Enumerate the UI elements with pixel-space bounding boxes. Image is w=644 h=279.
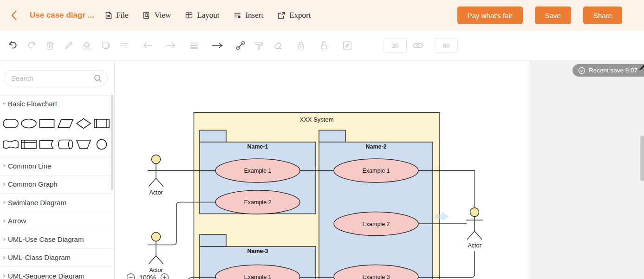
chevron-right-icon — [1, 218, 7, 224]
actor-3[interactable]: Actor — [466, 208, 483, 249]
fill-color-button[interactable] — [81, 39, 94, 52]
menu-bar: File View Layout Insert Export — [104, 11, 325, 20]
sidebar-section-common-graph[interactable]: Common Graph — [0, 175, 114, 194]
search-input[interactable] — [4, 70, 108, 86]
trash-icon — [45, 40, 56, 51]
shape-style-icon — [100, 40, 111, 51]
zoom-out-button[interactable] — [126, 273, 135, 279]
shape-parallelogram[interactable] — [56, 115, 74, 132]
pencil-icon — [63, 40, 74, 51]
share-button[interactable]: Share — [583, 6, 622, 24]
menu-export[interactable]: Export — [277, 11, 311, 20]
package-name-2[interactable]: Name-2 — [319, 130, 433, 279]
section-label: UML-Class Diagram — [8, 253, 71, 261]
eraser-button[interactable] — [271, 39, 284, 52]
usecase-n2-example1[interactable]: Example 1 — [334, 159, 418, 182]
section-label: Basic Flowchart — [8, 100, 57, 108]
pay-button[interactable]: Pay what's fair — [457, 6, 523, 24]
resize-icon — [342, 40, 353, 51]
unlock-button[interactable] — [318, 39, 331, 52]
width-input[interactable] — [384, 39, 407, 52]
menu-export-label: Export — [289, 11, 311, 20]
actor-label: Actor — [468, 242, 481, 249]
shape-ellipse[interactable] — [20, 115, 38, 132]
zoom-in-button[interactable] — [160, 273, 169, 279]
package-label: Name-2 — [365, 143, 386, 150]
arrow-start-button[interactable] — [141, 39, 154, 52]
shape-rectangle[interactable] — [38, 115, 56, 132]
diagram-editor-app: Use case diagr ... File View Layout Inse… — [0, 0, 644, 279]
canvas-scrollbar[interactable] — [640, 136, 644, 181]
undo-icon — [7, 40, 19, 51]
actor-1[interactable]: Actor — [148, 155, 164, 196]
shape-internal-storage[interactable] — [20, 136, 38, 153]
menu-file-label: File — [116, 11, 128, 20]
shape-display[interactable] — [38, 136, 56, 153]
menu-insert[interactable]: Insert — [233, 11, 263, 20]
shape-stored-data[interactable] — [56, 136, 74, 153]
save-status-text: Recent save 9:07 — [589, 67, 637, 74]
actor-label: Actor — [149, 267, 163, 273]
shape-predefined-process[interactable] — [93, 115, 111, 132]
eraser-icon — [272, 40, 283, 51]
section-label: UML-Sequence Diagram — [8, 272, 85, 279]
back-button[interactable] — [8, 8, 20, 22]
sidebar-section-swimlane-diagram[interactable]: Swimlane Diagram — [0, 193, 114, 212]
sidebar-section-common-line[interactable]: Common Line — [0, 156, 114, 175]
straight-arrow-button[interactable] — [211, 39, 224, 52]
height-input[interactable] — [435, 39, 458, 52]
sidebar-section-uml-sequence[interactable]: UML-Sequence Diagram — [0, 266, 114, 279]
zoom-controls: 100% — [126, 273, 169, 279]
shape-style-button[interactable] — [99, 39, 112, 52]
sidebar-section-uml-use-case[interactable]: UML-Use Case Diagram — [0, 230, 114, 248]
basic-flowchart-shapes — [0, 111, 114, 156]
shape-trapezoid[interactable] — [74, 136, 92, 153]
sidebar-section-basic-flowchart[interactable]: Basic Flowchart — [0, 95, 114, 111]
chevron-right-icon — [1, 236, 7, 242]
sidebar-scrollbar[interactable] — [111, 95, 113, 190]
sidebar-section-arrow[interactable]: Arrow — [0, 212, 114, 230]
view-icon — [142, 11, 150, 19]
mouse-cursor — [638, 65, 644, 71]
connector-button[interactable] — [234, 39, 247, 52]
delete-button[interactable] — [44, 39, 57, 52]
insert-icon — [233, 11, 241, 19]
header-actions: Pay what's fair Save Share — [457, 6, 622, 24]
check-circle-icon — [578, 67, 585, 74]
link-size-button[interactable] — [411, 39, 424, 52]
usecase-n1-example2[interactable]: Example 2 — [215, 190, 300, 214]
save-button[interactable]: Save — [535, 6, 571, 24]
shape-diamond[interactable] — [74, 115, 92, 132]
shape-flag[interactable] — [1, 136, 20, 153]
menu-layout[interactable]: Layout — [185, 11, 219, 20]
usecase-n2-example2[interactable]: Example 2 — [334, 212, 418, 236]
line-width-button[interactable] — [188, 39, 201, 52]
menu-file[interactable]: File — [104, 11, 128, 20]
shape-circle[interactable] — [93, 136, 111, 153]
arrow-end-button[interactable] — [164, 39, 177, 52]
shape-search — [4, 70, 108, 86]
document-title[interactable]: Use case diagr ... — [30, 11, 100, 20]
chevron-down-icon — [1, 101, 7, 106]
redo-button[interactable] — [25, 39, 38, 52]
arrow-right-icon — [165, 40, 177, 51]
line-style-icon — [119, 40, 130, 51]
usecase-n1-example1[interactable]: Example 1 — [215, 159, 300, 182]
canvas-area[interactable]: XXX System Name-1 Name-2 Name-3 — [115, 61, 644, 279]
undo-button[interactable] — [7, 39, 20, 52]
offpage-region — [530, 61, 644, 279]
fill-color-icon — [82, 40, 93, 51]
edit-button[interactable] — [62, 39, 75, 52]
actor-2[interactable]: Actor — [148, 233, 164, 274]
usecase-label: Example 1 — [244, 168, 271, 174]
line-style-button[interactable] — [118, 39, 131, 52]
format-painter-button[interactable] — [253, 39, 266, 52]
lock-button[interactable] — [294, 39, 307, 52]
actor-label: Actor — [149, 189, 163, 196]
resize-button[interactable] — [341, 39, 354, 52]
menu-view[interactable]: View — [142, 11, 171, 20]
shape-rounded-rectangle[interactable] — [1, 115, 20, 132]
chevron-right-icon — [1, 255, 7, 260]
search-icon — [94, 74, 102, 82]
sidebar-section-uml-class[interactable]: UML-Class Diagram — [0, 248, 114, 267]
